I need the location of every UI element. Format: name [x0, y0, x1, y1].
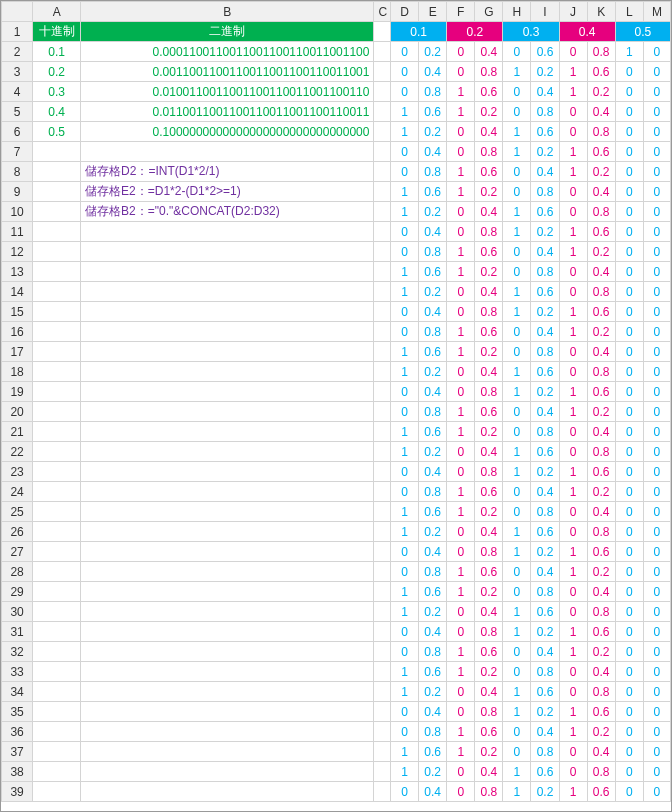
cell-G24[interactable]: 0.6	[475, 482, 503, 502]
cell-D28[interactable]: 0	[391, 562, 419, 582]
cell-I33[interactable]: 0.8	[531, 662, 559, 682]
cell-A39[interactable]	[33, 782, 81, 802]
cell-C26[interactable]	[374, 522, 391, 542]
cell-L24[interactable]: 0	[615, 482, 643, 502]
row-header-31[interactable]: 31	[2, 622, 33, 642]
cell-J39[interactable]: 1	[559, 782, 587, 802]
cell-G13[interactable]: 0.2	[475, 262, 503, 282]
cell-J12[interactable]: 1	[559, 242, 587, 262]
cell-L3[interactable]: 0	[615, 62, 643, 82]
cell-K20[interactable]: 0.2	[587, 402, 615, 422]
cell-H15[interactable]: 1	[503, 302, 531, 322]
cell-K32[interactable]: 0.2	[587, 642, 615, 662]
cell-A37[interactable]	[33, 742, 81, 762]
cell-J17[interactable]: 0	[559, 342, 587, 362]
cell-C2[interactable]	[374, 42, 391, 62]
cell-C31[interactable]	[374, 622, 391, 642]
cell-M34[interactable]: 0	[643, 682, 670, 702]
cell-J33[interactable]: 0	[559, 662, 587, 682]
cell-G37[interactable]: 0.2	[475, 742, 503, 762]
cell-M19[interactable]: 0	[643, 382, 670, 402]
cell-M4[interactable]: 0	[643, 82, 670, 102]
cell-J35[interactable]: 1	[559, 702, 587, 722]
row-header-21[interactable]: 21	[2, 422, 33, 442]
cell-D19[interactable]: 0	[391, 382, 419, 402]
row-header-11[interactable]: 11	[2, 222, 33, 242]
col-header-M[interactable]: M	[643, 2, 670, 22]
cell-E5[interactable]: 0.6	[419, 102, 447, 122]
cell-G25[interactable]: 0.2	[475, 502, 503, 522]
cell-D10[interactable]: 1	[391, 202, 419, 222]
cell-L10[interactable]: 0	[615, 202, 643, 222]
cell-I5[interactable]: 0.8	[531, 102, 559, 122]
cell-F24[interactable]: 1	[447, 482, 475, 502]
cell-I15[interactable]: 0.2	[531, 302, 559, 322]
cell-D22[interactable]: 1	[391, 442, 419, 462]
cell-M13[interactable]: 0	[643, 262, 670, 282]
cell-B12[interactable]	[81, 242, 374, 262]
cell-L6[interactable]: 0	[615, 122, 643, 142]
cell-B21[interactable]	[81, 422, 374, 442]
cell-A10[interactable]	[33, 202, 81, 222]
cell-A13[interactable]	[33, 262, 81, 282]
cell-I19[interactable]: 0.2	[531, 382, 559, 402]
cell-M31[interactable]: 0	[643, 622, 670, 642]
cell-G18[interactable]: 0.4	[475, 362, 503, 382]
cell-I18[interactable]: 0.6	[531, 362, 559, 382]
cell-I12[interactable]: 0.4	[531, 242, 559, 262]
cell-H39[interactable]: 1	[503, 782, 531, 802]
cell-F10[interactable]: 0	[447, 202, 475, 222]
cell-C3[interactable]	[374, 62, 391, 82]
cell-A11[interactable]	[33, 222, 81, 242]
col-header-J[interactable]: J	[559, 2, 587, 22]
cell-I7[interactable]: 0.2	[531, 142, 559, 162]
cell-D25[interactable]: 1	[391, 502, 419, 522]
cell-M12[interactable]: 0	[643, 242, 670, 262]
cell-F17[interactable]: 1	[447, 342, 475, 362]
cell-K19[interactable]: 0.6	[587, 382, 615, 402]
cell-K28[interactable]: 0.2	[587, 562, 615, 582]
cell-B24[interactable]	[81, 482, 374, 502]
cell-K34[interactable]: 0.8	[587, 682, 615, 702]
cell-C38[interactable]	[374, 762, 391, 782]
cell-LM1[interactable]: 0.5	[615, 22, 670, 42]
cell-E30[interactable]: 0.2	[419, 602, 447, 622]
cell-E7[interactable]: 0.4	[419, 142, 447, 162]
cell-F13[interactable]: 1	[447, 262, 475, 282]
cell-H9[interactable]: 0	[503, 182, 531, 202]
cell-B6[interactable]: 0.1000000000000000000000000000000	[81, 122, 374, 142]
cell-M29[interactable]: 0	[643, 582, 670, 602]
cell-G22[interactable]: 0.4	[475, 442, 503, 462]
cell-E32[interactable]: 0.8	[419, 642, 447, 662]
cell-F39[interactable]: 0	[447, 782, 475, 802]
cell-F32[interactable]: 1	[447, 642, 475, 662]
cell-L33[interactable]: 0	[615, 662, 643, 682]
cell-B38[interactable]	[81, 762, 374, 782]
cell-E25[interactable]: 0.6	[419, 502, 447, 522]
cell-J9[interactable]: 0	[559, 182, 587, 202]
cell-J5[interactable]: 0	[559, 102, 587, 122]
cell-G15[interactable]: 0.8	[475, 302, 503, 322]
cell-F2[interactable]: 0	[447, 42, 475, 62]
col-header-H[interactable]: H	[503, 2, 531, 22]
cell-A6[interactable]: 0.5	[33, 122, 81, 142]
cell-J23[interactable]: 1	[559, 462, 587, 482]
cell-C24[interactable]	[374, 482, 391, 502]
cell-B1[interactable]: 二進制	[81, 22, 374, 42]
cell-K26[interactable]: 0.8	[587, 522, 615, 542]
cell-E24[interactable]: 0.8	[419, 482, 447, 502]
cell-H32[interactable]: 0	[503, 642, 531, 662]
cell-B36[interactable]	[81, 722, 374, 742]
cell-M7[interactable]: 0	[643, 142, 670, 162]
cell-C37[interactable]	[374, 742, 391, 762]
cell-B39[interactable]	[81, 782, 374, 802]
cell-L9[interactable]: 0	[615, 182, 643, 202]
cell-I24[interactable]: 0.4	[531, 482, 559, 502]
row-header-19[interactable]: 19	[2, 382, 33, 402]
cell-L30[interactable]: 0	[615, 602, 643, 622]
cell-E29[interactable]: 0.6	[419, 582, 447, 602]
cell-E22[interactable]: 0.2	[419, 442, 447, 462]
cell-C28[interactable]	[374, 562, 391, 582]
cell-B35[interactable]	[81, 702, 374, 722]
col-header-B[interactable]: B	[81, 2, 374, 22]
